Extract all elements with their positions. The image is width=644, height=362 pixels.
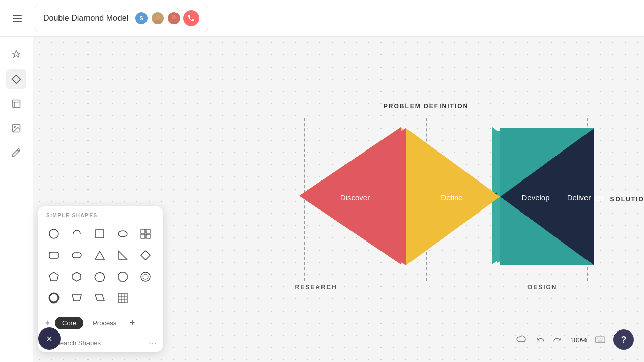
svg-rect-45	[96, 230, 104, 238]
svg-point-61	[143, 274, 148, 279]
sidebar-item-shapes[interactable]	[6, 45, 26, 65]
svg-rect-1	[13, 18, 22, 19]
svg-point-12	[14, 126, 15, 128]
shape-right-triangle[interactable]	[113, 246, 132, 265]
avatar-2	[167, 11, 181, 25]
redo-button[interactable]	[550, 333, 564, 347]
avatar-s: S	[134, 11, 149, 25]
help-button[interactable]: ?	[613, 329, 634, 350]
diamonds-final: Discover Define Develop Deliver	[208, 113, 645, 281]
shape-diamond[interactable]	[136, 246, 155, 265]
svg-marker-53	[95, 251, 104, 259]
shape-ring[interactable]	[44, 288, 64, 308]
svg-marker-56	[49, 272, 58, 281]
svg-text:Develop: Develop	[521, 193, 549, 202]
svg-rect-8	[13, 100, 20, 108]
problem-definition-label: PROBLEM DEFINITION	[384, 103, 469, 110]
add-tab-button[interactable]: +	[126, 316, 139, 329]
shape-triangle[interactable]	[90, 246, 109, 265]
menu-button[interactable]	[8, 9, 26, 27]
section-title: SIMPLE SHAPES	[38, 206, 163, 222]
undo-button[interactable]	[534, 333, 548, 347]
svg-rect-48	[146, 229, 150, 233]
svg-point-62	[49, 293, 58, 303]
svg-point-5	[172, 15, 177, 19]
shapes-grid	[38, 222, 163, 312]
shape-rounded-rect[interactable]	[44, 246, 64, 265]
sidebar-item-draw[interactable]	[6, 142, 26, 163]
svg-rect-50	[146, 234, 150, 238]
svg-point-44	[49, 229, 58, 238]
svg-rect-47	[141, 229, 145, 233]
shape-parallelogram[interactable]	[90, 288, 109, 308]
shape-square[interactable]	[90, 224, 109, 244]
keyboard-icon[interactable]	[593, 333, 607, 347]
call-button[interactable]	[183, 10, 199, 26]
svg-point-6	[170, 19, 178, 25]
svg-marker-58	[95, 272, 105, 282]
svg-marker-59	[118, 272, 127, 281]
svg-rect-71	[596, 337, 605, 343]
shape-circle-2[interactable]	[136, 267, 155, 286]
title-bar: Double Diamond Model S	[35, 5, 208, 32]
shape-pill[interactable]	[67, 246, 86, 265]
shape-pentagon[interactable]	[44, 267, 64, 286]
svg-rect-2	[13, 21, 22, 22]
close-icon: ×	[46, 333, 52, 345]
sidebar	[0, 37, 33, 362]
shape-trapezoid[interactable]	[67, 288, 86, 308]
svg-marker-7	[12, 75, 21, 84]
shape-grid[interactable]	[136, 224, 155, 244]
tab-core[interactable]: Core	[55, 317, 83, 329]
shape-table[interactable]	[113, 288, 132, 308]
shape-octagon[interactable]	[113, 267, 132, 286]
sparkle-icon[interactable]: ✦	[44, 318, 51, 328]
shape-circle[interactable]	[44, 224, 64, 244]
avatar-1	[151, 11, 165, 25]
svg-marker-54	[119, 251, 127, 259]
shape-ellipse[interactable]	[113, 224, 132, 244]
svg-point-4	[154, 19, 161, 25]
cloud-icon	[516, 335, 528, 345]
shape-heptagon[interactable]	[90, 267, 109, 286]
svg-marker-64	[95, 295, 104, 301]
svg-text:Define: Define	[441, 193, 462, 202]
bottom-bar: 100% ?	[516, 329, 634, 350]
document-title: Double Diamond Model	[43, 14, 128, 23]
svg-rect-52	[72, 253, 81, 258]
svg-text:Discover: Discover	[340, 193, 369, 202]
diagram-container: PROBLEM DEFINITION SOLUTION RESEARCH DES…	[208, 103, 645, 296]
shape-arc[interactable]	[67, 224, 86, 244]
svg-rect-0	[13, 15, 22, 16]
sidebar-item-frames[interactable]	[6, 94, 26, 114]
sidebar-item-images[interactable]	[6, 118, 26, 138]
sidebar-item-components[interactable]	[6, 69, 26, 89]
svg-marker-57	[73, 272, 81, 281]
undo-redo-group	[534, 333, 564, 347]
help-icon: ?	[621, 335, 627, 345]
design-label: DESIGN	[528, 284, 557, 291]
svg-marker-55	[141, 251, 150, 260]
svg-rect-49	[141, 234, 145, 238]
header: Double Diamond Model S	[0, 0, 644, 37]
svg-point-46	[118, 231, 127, 237]
svg-rect-65	[118, 293, 127, 303]
svg-point-60	[141, 272, 150, 281]
svg-text:Deliver: Deliver	[567, 193, 591, 202]
search-input[interactable]	[55, 339, 144, 347]
shape-hexagon[interactable]	[67, 267, 86, 286]
tab-process[interactable]: Process	[85, 317, 124, 329]
collaborators: S	[134, 10, 199, 26]
more-options-icon[interactable]: ⋯	[149, 338, 157, 348]
svg-rect-51	[49, 252, 58, 258]
research-label: RESEARCH	[295, 284, 337, 291]
svg-marker-63	[72, 295, 81, 301]
fab-close-button[interactable]: ×	[38, 327, 61, 350]
zoom-level: 100%	[570, 336, 587, 344]
svg-point-3	[156, 15, 160, 19]
